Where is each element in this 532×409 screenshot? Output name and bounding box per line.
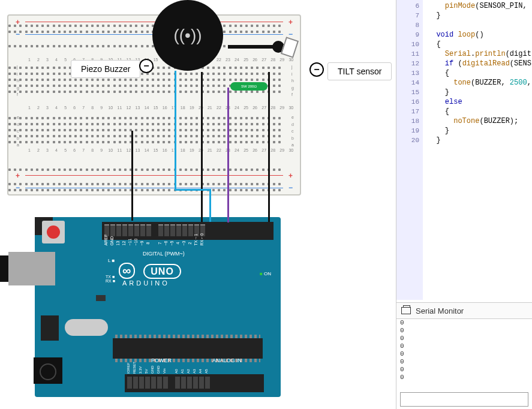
tx-rx-label: TX ■RX ■ (106, 275, 115, 283)
usb-port (8, 252, 55, 285)
monitor-icon (401, 307, 411, 314)
wire-black-3[interactable] (268, 72, 270, 222)
arduino-brand: ARDUINO (122, 279, 170, 287)
piezo-label: Piezo Buzzer (71, 60, 140, 78)
arduino-uno[interactable]: AREFGND1312~11~10~987~6~54~32TX→1RX←0 DI… (35, 217, 281, 397)
serial-output: 00000000 (400, 319, 528, 385)
wire-purple[interactable] (227, 88, 229, 222)
arduino-logo: ∞UNO (119, 263, 181, 279)
digital-label: DIGITAL (PWM~) (143, 251, 185, 257)
regulator (41, 315, 59, 341)
digital-pin-header[interactable] (102, 222, 273, 240)
circuit-canvas[interactable]: +− +− +− +− 1234567891011121314151617181… (0, 0, 396, 409)
negative-badge-2: − (309, 62, 324, 77)
serial-monitor-header[interactable]: Serial Monitor (396, 302, 532, 319)
serial-title: Serial Monitor (416, 306, 464, 315)
line-numbers: 67891011121314151617181920 (396, 0, 423, 300)
piezo-buzzer[interactable]: ((•)) (152, 0, 223, 71)
code-content[interactable]: pinMode(SENSOR_PIN, } void loop() { Seri… (423, 0, 532, 145)
atmega-chip (113, 338, 263, 359)
code-editor[interactable]: 67891011121314151617181920 pinMode(SENSO… (396, 0, 532, 300)
power-analog-header[interactable] (125, 374, 264, 392)
negative-badge: − (139, 59, 154, 73)
analog-label: ANALOG IN (212, 357, 242, 363)
wire-gnd[interactable] (131, 131, 133, 221)
resistor[interactable]: SW 200Ω (230, 82, 267, 91)
power-label: POWER (151, 357, 172, 363)
reset-button[interactable] (42, 221, 65, 243)
sound-icon: ((•)) (173, 26, 202, 45)
barrel-jack (34, 357, 62, 384)
wire-black-2[interactable] (201, 72, 203, 222)
serial-input[interactable] (400, 392, 528, 407)
component-1 (96, 295, 106, 301)
tilt-sensor[interactable] (228, 38, 288, 59)
tilt-label: TILT sensor (327, 62, 392, 80)
code-panel: 67891011121314151617181920 pinMode(SENSO… (396, 0, 532, 409)
wire-blue[interactable] (175, 71, 176, 190)
power-led: ON (260, 271, 271, 276)
wire-blue-h[interactable] (175, 189, 211, 191)
crystal (65, 319, 108, 336)
wire-blue-2[interactable] (209, 189, 211, 222)
led-l: L ■ (108, 258, 115, 263)
